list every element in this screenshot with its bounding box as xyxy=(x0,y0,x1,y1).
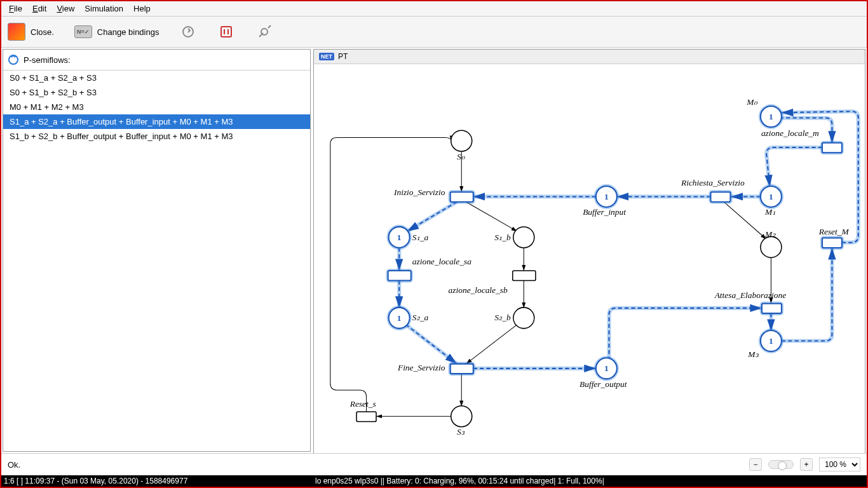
net-badge: NET xyxy=(319,53,334,60)
svg-text:S₁_b: S₁_b xyxy=(494,233,511,242)
place-m3[interactable]: 1M₃ xyxy=(747,330,782,359)
close-label: Close. xyxy=(31,27,54,37)
place-s2b[interactable]: S₂_b xyxy=(494,308,534,329)
svg-rect-24 xyxy=(762,304,782,313)
zoom-slider[interactable] xyxy=(768,460,794,469)
zoom-controls: − + 100 % xyxy=(749,458,860,471)
svg-text:azione_locale_sa: azione_locale_sa xyxy=(412,257,471,266)
svg-text:Inizio_Servizio: Inizio_Servizio xyxy=(393,187,445,197)
svg-text:M₁: M₁ xyxy=(764,207,776,217)
svg-text:1: 1 xyxy=(769,112,773,121)
net-header: NET PT xyxy=(314,50,865,64)
svg-rect-5 xyxy=(451,192,473,201)
svg-point-29 xyxy=(451,130,472,151)
place-s3[interactable]: S₃ xyxy=(451,406,472,437)
semiflow-item[interactable]: S1_b + S2_b + Buffer_output + Buffer_inp… xyxy=(3,129,310,144)
transition-azione-locale-sb[interactable]: azione_locale_sb xyxy=(449,271,536,295)
svg-text:S₂_b: S₂_b xyxy=(494,313,511,322)
place-m1[interactable]: 1M₁ xyxy=(761,186,782,217)
svg-text:S₃: S₃ xyxy=(457,427,465,437)
refresh-icon[interactable] xyxy=(179,23,197,41)
svg-text:S₂_a: S₂_a xyxy=(412,313,429,322)
zoom-out-button[interactable]: − xyxy=(749,458,762,471)
svg-text:M₂: M₂ xyxy=(764,229,776,239)
svg-point-41 xyxy=(513,308,534,329)
svg-rect-27 xyxy=(822,238,842,247)
place-buffer-input[interactable]: 1Buffer_input xyxy=(583,186,626,217)
semiflow-item[interactable]: M0 + M1 + M2 + M3 xyxy=(3,100,310,114)
right-panel: NET PT xyxy=(313,49,865,452)
menu-edit[interactable]: Edit xyxy=(32,4,46,13)
swap-icon[interactable] xyxy=(217,23,235,41)
svg-point-35 xyxy=(513,227,534,248)
menu-simulation[interactable]: Simulation xyxy=(85,4,123,13)
svg-point-43 xyxy=(451,406,472,427)
menu-file[interactable]: File xyxy=(9,4,22,13)
semiflow-icon xyxy=(7,53,20,66)
semiflow-item[interactable]: S0 + S1_a + S2_a + S3 xyxy=(3,71,310,85)
svg-text:1: 1 xyxy=(769,192,773,201)
net-tab-label: PT xyxy=(338,52,348,61)
zoom-select[interactable]: 100 % xyxy=(819,458,860,471)
close-icon xyxy=(8,23,25,41)
svg-text:M₀: M₀ xyxy=(746,97,758,107)
status-bar: Ok. − + 100 % xyxy=(1,453,867,475)
svg-text:Reset_s: Reset_s xyxy=(349,399,376,409)
svg-text:Reset_M: Reset_M xyxy=(818,227,850,236)
bindings-icon: N=✓ xyxy=(74,25,92,38)
svg-text:1: 1 xyxy=(604,363,609,373)
svg-text:1: 1 xyxy=(397,313,402,323)
svg-point-3 xyxy=(9,55,18,64)
zoom-in-button[interactable]: + xyxy=(800,458,813,471)
svg-rect-13 xyxy=(451,364,473,374)
svg-text:azione_locale_sb: azione_locale_sb xyxy=(449,285,508,295)
panel-title: P-semiflows: xyxy=(24,55,71,65)
menu-view[interactable]: View xyxy=(57,4,74,13)
svg-rect-8 xyxy=(388,271,411,280)
measure-icon[interactable] xyxy=(255,23,273,41)
os-status-bar: 1:6 [ ] 11:09:37 - (Sun 03 May, 05.2020)… xyxy=(1,475,867,487)
semiflow-item[interactable]: S0 + S1_b + S2_b + S3 xyxy=(3,85,310,100)
place-m2[interactable]: M₂ xyxy=(761,229,782,257)
os-status-right: lo enp0s25 wlp3s0 || Battery: 0: Chargin… xyxy=(315,477,604,485)
semiflows-panel: P-semiflows: S0 + S1_a + S2_a + S3 S0 + … xyxy=(3,49,311,452)
place-s0[interactable]: S₀ xyxy=(451,130,472,161)
change-bindings-button[interactable]: N=✓ Change bindings xyxy=(74,25,159,38)
transition-fine-servizio[interactable]: Fine_Servizio xyxy=(397,363,473,374)
svg-rect-10 xyxy=(513,271,536,280)
menubar: File Edit View Simulation Help xyxy=(1,1,867,17)
os-status-left: 1:6 [ ] 11:09:37 - (Sun 03 May, 05.2020)… xyxy=(4,477,296,485)
svg-text:Buffer_output: Buffer_output xyxy=(580,379,627,389)
menu-help[interactable]: Help xyxy=(133,4,151,13)
status-text: Ok. xyxy=(8,460,20,470)
close-button[interactable]: Close. xyxy=(8,23,54,41)
svg-rect-21 xyxy=(710,192,730,201)
semiflow-item-selected[interactable]: S1_a + S2_a + Buffer_output + Buffer_inp… xyxy=(3,114,310,129)
transition-reset-s[interactable]: Reset_s xyxy=(349,399,376,422)
svg-text:Buffer_input: Buffer_input xyxy=(583,207,626,217)
svg-rect-18 xyxy=(822,143,842,152)
net-panel: NET PT xyxy=(313,49,865,453)
svg-text:azione_locale_m: azione_locale_m xyxy=(761,128,819,138)
svg-text:S₁_a: S₁_a xyxy=(412,233,429,242)
svg-point-61 xyxy=(761,236,782,257)
bindings-label: Change bindings xyxy=(97,27,159,37)
semiflow-list: S0 + S1_a + S2_a + S3 S0 + S1_b + S2_b +… xyxy=(3,71,310,451)
place-buffer-output[interactable]: 1Buffer_output xyxy=(580,358,627,388)
svg-rect-1 xyxy=(221,27,231,37)
svg-text:Attesa_Elaborazione: Attesa_Elaborazione xyxy=(714,290,787,300)
place-m0[interactable]: 1M₀ xyxy=(746,97,782,127)
svg-rect-15 xyxy=(356,412,376,421)
svg-text:1: 1 xyxy=(604,192,609,201)
toolbar: Close. N=✓ Change bindings xyxy=(1,17,867,48)
svg-text:M₃: M₃ xyxy=(747,349,759,359)
svg-text:Richiesta_Servizio: Richiesta_Servizio xyxy=(681,178,745,187)
svg-text:Fine_Servizio: Fine_Servizio xyxy=(397,363,445,372)
svg-text:1: 1 xyxy=(769,336,773,346)
transition-reset-m[interactable]: Reset_M xyxy=(818,227,850,248)
svg-text:S₀: S₀ xyxy=(457,152,466,161)
petri-net-diagram[interactable]: Inizio_Servizio azione_locale_sa azione_… xyxy=(314,64,865,453)
place-s2a[interactable]: 1S₂_a xyxy=(389,308,429,329)
svg-text:1: 1 xyxy=(397,233,402,242)
place-s1a[interactable]: 1S₁_a xyxy=(389,227,429,248)
